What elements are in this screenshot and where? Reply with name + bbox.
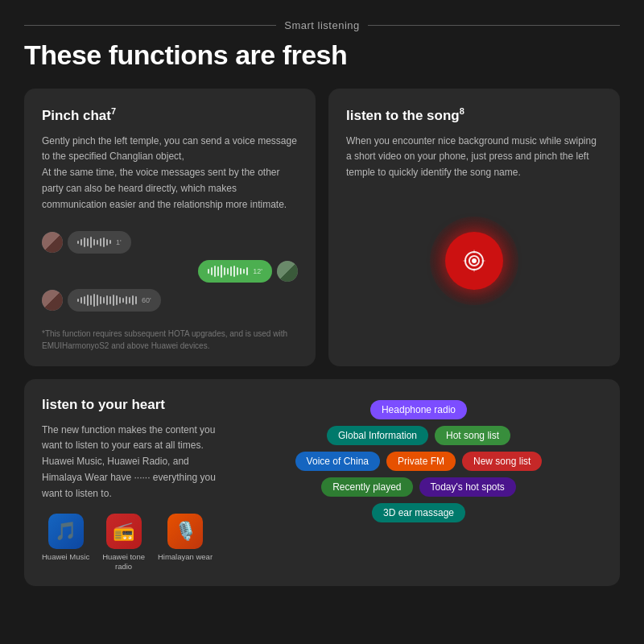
- chat-bubbles: 1': [42, 225, 298, 320]
- section-label-line-left: [24, 25, 276, 26]
- bubble-row-2: 12': [198, 260, 298, 283]
- huawei-radio-label: Huawei toneradio: [102, 552, 145, 572]
- avatar-3: [42, 290, 63, 311]
- song-card: listen to the song8 When you encounter n…: [328, 89, 620, 366]
- song-circle-inner: [445, 232, 503, 290]
- section-label-line-right: [368, 25, 620, 26]
- waveform-3: [77, 294, 137, 307]
- svg-point-0: [472, 258, 477, 263]
- avatar-2: [277, 261, 298, 282]
- song-card-title: listen to the song8: [346, 106, 602, 124]
- huawei-music-label: Huawei Music: [42, 552, 89, 562]
- pinch-chat-footnote: *This function requires subsequent HOTA …: [42, 328, 298, 352]
- tags-row-4: Recently played Today's hot spots: [235, 477, 602, 497]
- voice-bubble-3: 60': [68, 289, 161, 312]
- waveform-2: [208, 265, 248, 278]
- himalayan-label: Himalayan wear: [158, 552, 213, 562]
- heart-card: listen to your heart The new function ma…: [24, 379, 620, 587]
- app-item-huawei-radio: 📻 Huawei toneradio: [102, 514, 145, 572]
- tag-hot-song-list: Hot song list: [435, 426, 510, 445]
- huawei-radio-icon: 📻: [106, 514, 142, 549]
- app-icons-row: 🎵 Huawei Music 📻 Huawei toneradio 🎙️ Him…: [42, 514, 219, 572]
- page-wrapper: Smart listening These functions are fres…: [0, 0, 644, 602]
- tags-row-3: Voice of China Private FM New song list: [235, 452, 602, 471]
- tag-3d-ear-massage: 3D ear massage: [372, 503, 465, 522]
- voice-bubble-2: 12': [198, 260, 272, 283]
- app-item-huawei-music: 🎵 Huawei Music: [42, 514, 89, 562]
- tag-global-information: Global Information: [327, 426, 428, 445]
- tag-headphone-radio: Headphone radio: [370, 400, 467, 419]
- voice-bubble-1: 1': [68, 231, 131, 254]
- tag-todays-hot-spots: Today's hot spots: [419, 477, 516, 497]
- section-label-text: Smart listening: [284, 19, 359, 31]
- bubble-row-1: 1': [42, 231, 131, 254]
- heart-card-desc: The new function makes the content you w…: [42, 423, 219, 502]
- song-card-desc: When you encounter nice background music…: [346, 134, 602, 181]
- tags-row-1: Headphone radio: [235, 400, 602, 419]
- heart-card-left: listen to your heart The new function ma…: [42, 397, 219, 572]
- bubble-time-3: 60': [142, 296, 151, 304]
- huawei-music-icon: 🎵: [48, 514, 84, 549]
- song-circle-outer: [430, 217, 518, 305]
- tags-row-5: 3D ear massage: [235, 503, 602, 522]
- bubble-time-2: 12': [253, 267, 262, 275]
- heart-card-title: listen to your heart: [42, 397, 219, 413]
- bubble-time-1: 1': [116, 238, 122, 246]
- tag-new-song-list: New song list: [462, 452, 542, 471]
- tag-private-fm: Private FM: [386, 452, 456, 471]
- song-icon-area: [346, 192, 602, 321]
- heart-card-right: Headphone radio Global Information Hot s…: [235, 397, 602, 572]
- bubble-row-3: 60': [42, 289, 161, 312]
- himalayan-icon: 🎙️: [167, 514, 203, 549]
- waveform-1: [77, 236, 111, 249]
- avatar-1: [42, 232, 63, 253]
- cards-top-row: Pinch chat7 Gently pinch the left temple…: [24, 89, 620, 366]
- tag-recently-played: Recently played: [321, 477, 412, 497]
- pinch-chat-title: Pinch chat7: [42, 106, 298, 124]
- tags-row-2: Global Information Hot song list: [235, 426, 602, 445]
- app-item-himalayan: 🎙️ Himalayan wear: [158, 514, 213, 562]
- music-note-icon: [460, 246, 489, 275]
- tag-voice-of-china: Voice of China: [295, 452, 380, 471]
- pinch-chat-desc: Gently pinch the left temple, you can se…: [42, 134, 298, 213]
- section-label: Smart listening: [24, 19, 620, 31]
- pinch-chat-card: Pinch chat7 Gently pinch the left temple…: [24, 89, 316, 366]
- main-title: These functions are fresh: [24, 39, 620, 71]
